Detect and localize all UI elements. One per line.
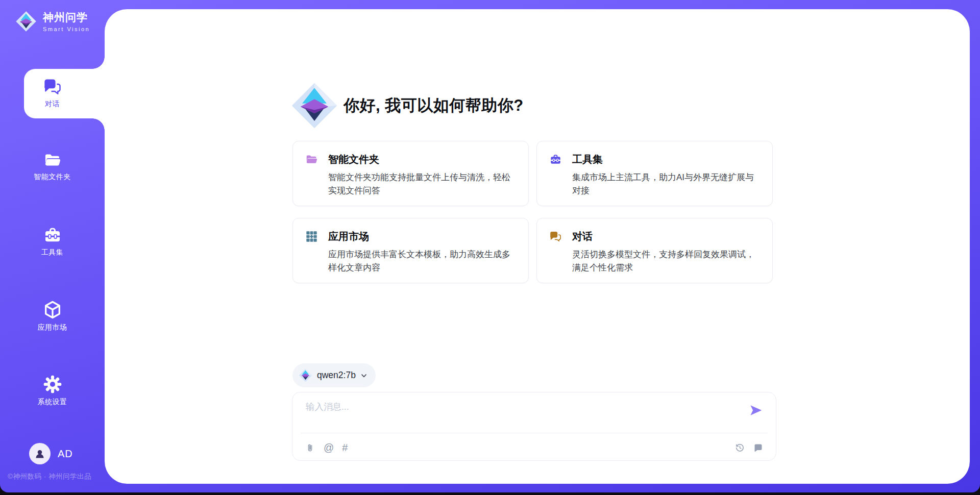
cube-icon xyxy=(42,300,63,320)
toolbox-icon xyxy=(43,226,62,245)
sidebar-item-label: 智能文件夹 xyxy=(0,172,105,182)
card-title: 工具集 xyxy=(572,153,603,166)
card-chat[interactable]: 对话 灵活切换多模型文件，支持多样回复效果调试，满足个性化需求 xyxy=(536,218,773,283)
gear-icon xyxy=(42,374,63,394)
brand: 神州问学 Smart Vision xyxy=(15,10,90,32)
chat-icon xyxy=(43,77,62,96)
card-toolset[interactable]: 工具集 集成市场上主流工具，助力AI与外界无缝扩展与对接 xyxy=(536,141,773,206)
composer-divider xyxy=(301,433,768,433)
user-account[interactable]: AD xyxy=(29,443,73,464)
at-icon: @ xyxy=(324,442,334,453)
avatar xyxy=(29,443,51,464)
hash-icon: # xyxy=(342,442,348,453)
person-icon xyxy=(33,447,46,460)
greeting-title: 你好, 我可以如何帮助你? xyxy=(344,95,524,116)
chevron-down-icon xyxy=(360,372,368,379)
model-logo-icon xyxy=(299,368,312,382)
copyright-footer: ©神州数码 · 神州问学出品 xyxy=(8,472,110,481)
main-panel: 你好, 我可以如何帮助你? 智能文件夹 智能文件夹功能支持批量文件上传与清洗，轻… xyxy=(105,9,970,484)
model-name: qwen2:7b xyxy=(317,370,356,381)
card-description: 灵活切换多模型文件，支持多样回复效果调试，满足个性化需求 xyxy=(572,248,760,274)
sidebar-item-label: 系统设置 xyxy=(0,398,105,407)
history-icon xyxy=(734,442,745,453)
sidebar-item-settings[interactable]: 系统设置 xyxy=(0,374,105,407)
brand-subtitle: Smart Vision xyxy=(43,26,90,32)
sidebar-item-label: 应用市场 xyxy=(0,323,105,332)
send-icon xyxy=(748,403,764,418)
grid-icon xyxy=(305,230,318,243)
paperclip-icon xyxy=(305,442,315,453)
sidebar-item-toolset[interactable]: 工具集 xyxy=(0,226,105,257)
card-description: 智能文件夹功能支持批量文件上传与清洗，轻松实现文件问答 xyxy=(328,171,516,197)
card-smart-folder[interactable]: 智能文件夹 智能文件夹功能支持批量文件上传与清洗，轻松实现文件问答 xyxy=(292,141,529,206)
toolbox-icon xyxy=(549,153,562,166)
sidebar-item-label: 对话 xyxy=(0,100,105,109)
composer-toolbar: @ # xyxy=(305,439,764,456)
user-name: AD xyxy=(58,448,73,460)
hashtag-button[interactable]: # xyxy=(342,442,348,453)
chat-bubble-button[interactable] xyxy=(753,442,764,453)
app-logo-icon xyxy=(290,82,338,130)
card-description: 集成市场上主流工具，助力AI与外界无缝扩展与对接 xyxy=(572,171,760,197)
model-selector[interactable]: qwen2:7b xyxy=(292,363,376,387)
send-button[interactable] xyxy=(748,403,764,418)
message-composer: @ # xyxy=(292,392,776,461)
card-title: 应用市场 xyxy=(328,230,369,243)
chat-bubble-icon xyxy=(753,442,764,453)
folder-icon xyxy=(305,153,318,166)
card-app-market[interactable]: 应用市场 应用市场提供丰富长文本模板，助力高效生成多样化文章内容 xyxy=(292,218,529,283)
toolbar-right-group xyxy=(734,442,764,453)
card-description: 应用市场提供丰富长文本模板，助力高效生成多样化文章内容 xyxy=(328,248,516,274)
sidebar-item-chat[interactable]: 对话 xyxy=(0,77,105,109)
folder-icon xyxy=(43,151,62,169)
attach-file-button[interactable] xyxy=(305,442,315,453)
message-input[interactable] xyxy=(306,401,719,427)
app-window: 神州问学 Smart Vision 对话 智能文件夹 工具集 xyxy=(0,0,980,492)
feature-cards: 智能文件夹 智能文件夹功能支持批量文件上传与清洗，轻松实现文件问答 工具集 集成… xyxy=(292,141,776,283)
brand-logo-icon xyxy=(15,11,37,32)
sidebar-item-smart-folder[interactable]: 智能文件夹 xyxy=(0,151,105,182)
card-title: 智能文件夹 xyxy=(328,153,379,166)
history-button[interactable] xyxy=(734,442,745,453)
sidebar-item-label: 工具集 xyxy=(0,248,105,257)
mention-button[interactable]: @ xyxy=(324,442,334,453)
brand-name: 神州问学 xyxy=(43,10,90,24)
chat-icon xyxy=(549,230,562,243)
card-title: 对话 xyxy=(572,230,593,243)
sidebar-item-app-market[interactable]: 应用市场 xyxy=(0,300,105,332)
greeting: 你好, 我可以如何帮助你? xyxy=(290,82,524,130)
